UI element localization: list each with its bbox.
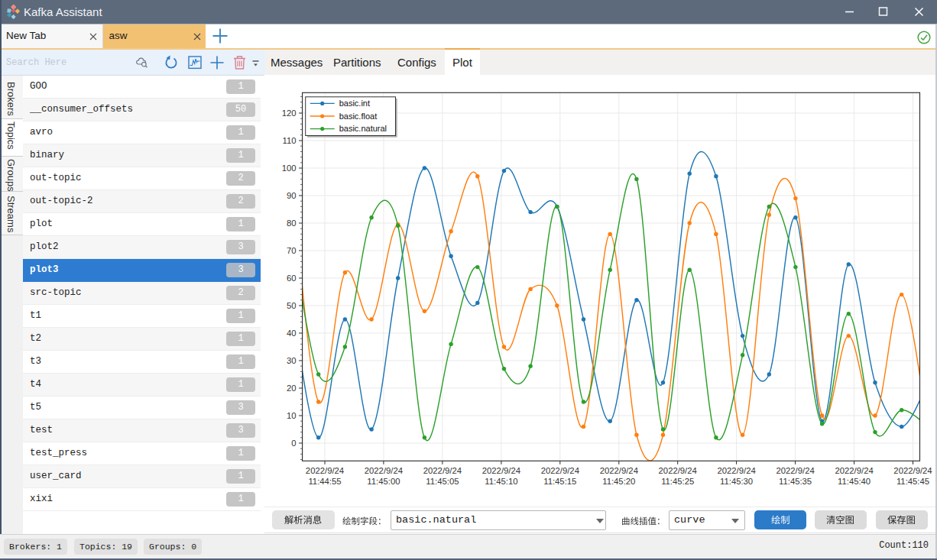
svg-text:11:45:15: 11:45:15: [543, 477, 576, 486]
svg-text:2022/9/24: 2022/9/24: [541, 466, 579, 475]
svg-text:70: 70: [287, 246, 297, 255]
svg-text:2022/9/24: 2022/9/24: [659, 466, 697, 475]
svg-text:0: 0: [291, 439, 296, 448]
svg-text:2022/9/24: 2022/9/24: [482, 466, 520, 475]
svg-text:2022/9/24: 2022/9/24: [423, 466, 462, 475]
svg-text:11:45:40: 11:45:40: [838, 477, 871, 486]
svg-text:80: 80: [287, 218, 297, 228]
svg-text:11:44:55: 11:44:55: [308, 477, 341, 486]
svg-text:40: 40: [287, 329, 297, 338]
svg-text:basic.int: basic.int: [339, 99, 370, 108]
svg-text:2022/9/24: 2022/9/24: [776, 466, 814, 475]
svg-text:11:45:30: 11:45:30: [720, 477, 753, 486]
svg-text:11:45:35: 11:45:35: [779, 477, 812, 486]
svg-text:100: 100: [282, 163, 297, 173]
svg-text:30: 30: [287, 356, 297, 365]
svg-text:20: 20: [287, 384, 297, 393]
svg-text:50: 50: [287, 301, 297, 310]
svg-text:11:45:25: 11:45:25: [661, 477, 694, 486]
svg-text:10: 10: [287, 411, 297, 420]
svg-text:11:45:45: 11:45:45: [896, 477, 929, 486]
svg-text:11:45:00: 11:45:00: [367, 477, 400, 486]
svg-text:2022/9/24: 2022/9/24: [365, 466, 403, 475]
svg-text:11:45:20: 11:45:20: [602, 477, 635, 486]
svg-text:2022/9/24: 2022/9/24: [600, 466, 638, 475]
svg-text:110: 110: [283, 136, 297, 145]
svg-text:2022/9/24: 2022/9/24: [717, 466, 755, 475]
svg-text:60: 60: [287, 274, 297, 283]
svg-text:2022/9/24: 2022/9/24: [306, 466, 344, 475]
svg-text:90: 90: [287, 191, 297, 200]
svg-text:basic.natural: basic.natural: [339, 124, 387, 133]
svg-text:120: 120: [282, 108, 297, 118]
svg-text:basic.float: basic.float: [339, 112, 378, 121]
svg-text:2022/9/24: 2022/9/24: [893, 466, 932, 475]
svg-text:11:45:10: 11:45:10: [485, 477, 517, 486]
svg-text:11:45:05: 11:45:05: [426, 477, 459, 486]
svg-text:2022/9/24: 2022/9/24: [835, 466, 873, 475]
